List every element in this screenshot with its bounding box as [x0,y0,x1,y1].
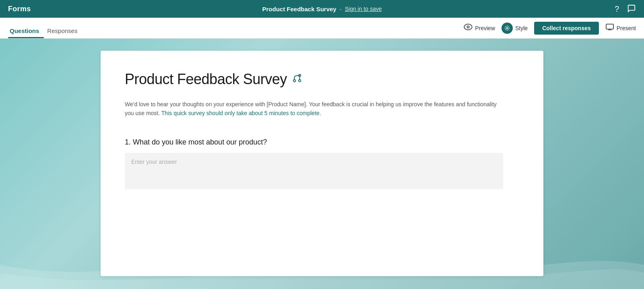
form-title: Product Feedback Survey [125,71,287,88]
chat-icon[interactable] [627,4,636,14]
help-icon[interactable]: ? [615,5,619,13]
present-button[interactable]: Present [605,23,636,33]
form-description: We'd love to hear your thoughts on your … [125,100,503,118]
svg-rect-11 [606,24,613,29]
survey-title: Product Feedback Survey [262,6,336,12]
svg-line-5 [505,26,506,27]
tab-questions[interactable]: Questions [8,18,44,38]
svg-point-1 [467,26,469,28]
svg-point-0 [464,24,472,30]
svg-line-10 [508,26,509,27]
style-icon [502,23,513,34]
answer-input-1[interactable] [125,153,503,189]
top-bar-right: ? [615,4,636,14]
question-1-number: 1. [125,138,133,146]
question-1-label: 1. What do you like most about our produ… [125,138,519,147]
preview-button[interactable]: Preview [464,24,495,32]
app-logo: Forms [8,5,31,13]
main-content: Product Feedback Survey We'd love to hea… [0,39,644,289]
top-bar: Forms Product Feedback Survey - Sign in … [0,0,644,18]
secondary-nav: Questions Responses Preview [0,18,644,39]
present-icon [605,23,614,33]
description-part2: This quick survey should only take about… [161,110,321,116]
svg-line-9 [505,29,506,30]
title-separator: - [340,6,342,12]
tab-responses[interactable]: Responses [45,18,82,38]
sign-in-link[interactable]: Sign in to save [345,6,382,12]
svg-point-2 [506,27,508,29]
question-1-text: What do you like most about our product? [133,138,267,146]
svg-line-6 [508,29,509,30]
nav-actions: Preview Style Collect responses [464,22,636,35]
preview-icon [464,24,473,32]
branch-icon[interactable] [292,73,302,86]
nav-tabs: Questions Responses [8,18,82,38]
style-button[interactable]: Style [502,23,528,34]
form-title-row: Product Feedback Survey [125,71,519,88]
form-card: Product Feedback Survey We'd love to hea… [101,51,543,276]
question-1-block: 1. What do you like most about our produ… [125,138,519,191]
collect-responses-button[interactable]: Collect responses [534,22,599,35]
top-bar-center: Product Feedback Survey - Sign in to sav… [262,6,382,12]
